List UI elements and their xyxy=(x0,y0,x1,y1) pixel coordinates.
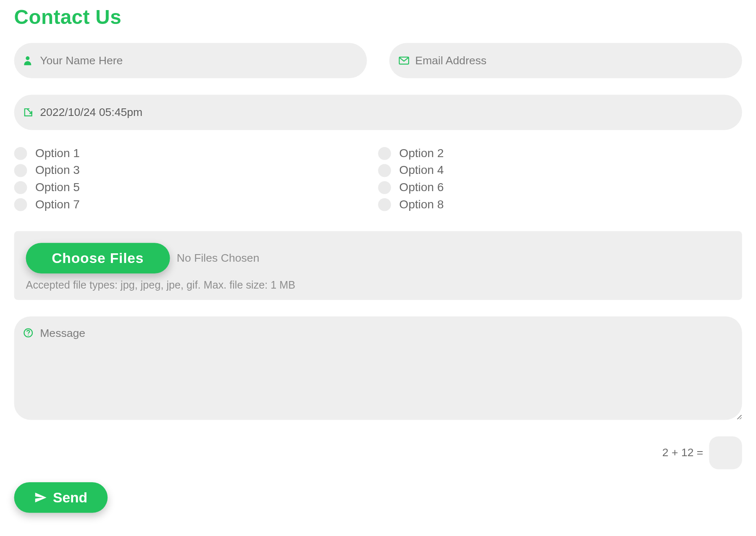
checkbox-option[interactable]: Option 8 xyxy=(378,197,742,211)
send-row: Send xyxy=(14,482,742,513)
checkbox-icon xyxy=(378,147,391,160)
checkbox-icon xyxy=(14,181,27,194)
checkbox-icon xyxy=(378,181,391,194)
person-icon xyxy=(24,56,32,65)
checkbox-label: Option 8 xyxy=(399,197,444,211)
question-circle-icon xyxy=(24,328,33,337)
checkbox-icon xyxy=(378,164,391,177)
checkbox-option[interactable]: Option 2 xyxy=(378,147,742,160)
arrow-down-box-icon xyxy=(24,108,33,117)
message-textarea[interactable] xyxy=(14,316,742,420)
checkbox-col-left: Option 1 Option 3 Option 5 Option 7 xyxy=(14,147,378,215)
checkbox-icon xyxy=(14,164,27,177)
svg-point-3 xyxy=(28,335,29,336)
checkbox-option[interactable]: Option 1 xyxy=(14,147,378,160)
captcha-question: 2 + 12 = xyxy=(662,447,704,460)
checkbox-option[interactable]: Option 5 xyxy=(14,181,378,194)
checkbox-icon xyxy=(378,198,391,211)
svg-point-0 xyxy=(26,56,29,60)
captcha-input[interactable] xyxy=(709,436,742,469)
contact-form: Contact Us xyxy=(0,0,756,536)
checkbox-label: Option 5 xyxy=(35,181,80,194)
email-field-wrap xyxy=(389,43,742,78)
checkbox-label: Option 6 xyxy=(399,181,444,194)
checkbox-option[interactable]: Option 4 xyxy=(378,163,742,177)
name-input[interactable] xyxy=(14,43,367,78)
send-button[interactable]: Send xyxy=(14,482,108,513)
datetime-input[interactable] xyxy=(14,95,742,130)
email-input[interactable] xyxy=(389,43,742,78)
checkbox-icon xyxy=(14,147,27,160)
row-datetime xyxy=(14,95,742,130)
paper-plane-icon xyxy=(34,491,47,504)
checkbox-label: Option 4 xyxy=(399,163,444,177)
checkbox-option[interactable]: Option 7 xyxy=(14,197,378,211)
file-upload-block: Choose Files No Files Chosen Accepted fi… xyxy=(14,231,742,300)
checkbox-label: Option 7 xyxy=(35,197,80,211)
message-field-wrap xyxy=(14,316,742,422)
page-title: Contact Us xyxy=(14,6,742,29)
mail-icon xyxy=(399,56,409,65)
checkbox-label: Option 1 xyxy=(35,147,80,160)
name-field-wrap xyxy=(14,43,367,78)
choose-files-button[interactable]: Choose Files xyxy=(26,243,170,273)
checkbox-icon xyxy=(14,198,27,211)
datetime-field-wrap xyxy=(14,95,742,130)
checkbox-option[interactable]: Option 6 xyxy=(378,181,742,194)
row-name-email xyxy=(14,43,742,78)
file-upload-row: Choose Files No Files Chosen xyxy=(26,243,730,273)
send-button-label: Send xyxy=(53,489,87,506)
checkbox-section: Option 1 Option 3 Option 5 Option 7 Opti… xyxy=(14,147,742,215)
checkbox-label: Option 3 xyxy=(35,163,80,177)
checkbox-col-right: Option 2 Option 4 Option 6 Option 8 xyxy=(378,147,742,215)
checkbox-label: Option 2 xyxy=(399,147,444,160)
file-status-text: No Files Chosen xyxy=(177,252,260,265)
checkbox-option[interactable]: Option 3 xyxy=(14,163,378,177)
captcha-row: 2 + 12 = xyxy=(14,436,742,469)
file-hint-text: Accepted file types: jpg, jpeg, jpe, gif… xyxy=(26,279,730,292)
